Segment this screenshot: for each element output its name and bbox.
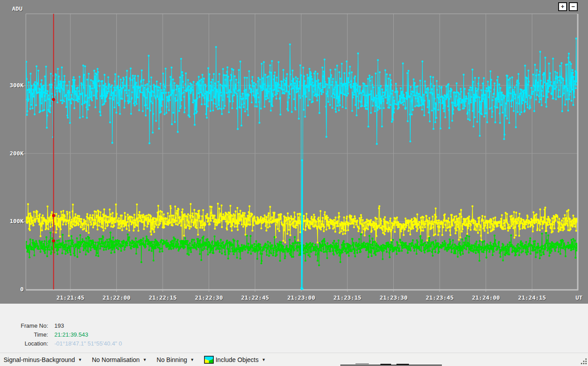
clipped-background-window-artifact xyxy=(340,365,442,366)
frame-location-value: -01°18'47.1" 51°55'40.4" 0 xyxy=(54,339,122,348)
frame-number-value: 193 xyxy=(54,321,64,330)
bottom-toolbar: Signal-minus-Background ▼ No Normalisati… xyxy=(0,353,588,366)
clipped-background-window-artifact xyxy=(355,363,369,364)
chevron-down-icon: ▼ xyxy=(143,358,147,362)
frame-time-label: Time: xyxy=(0,330,48,339)
frame-time-row: Time: 21:21:39.543 xyxy=(0,330,122,339)
chevron-down-icon: ▼ xyxy=(190,358,194,362)
y-axis-title: ADU xyxy=(12,5,22,12)
clipped-background-text-artifact xyxy=(380,364,391,366)
chevron-down-icon: ▼ xyxy=(78,358,82,362)
frame-time-value: 21:21:39.543 xyxy=(54,330,88,339)
zoom-in-button[interactable]: + xyxy=(558,2,567,11)
x-tick-label: 21:24:15 xyxy=(518,294,546,301)
x-tick-label: 21:23:00 xyxy=(287,294,315,301)
frame-info-block: Frame No: 193 Time: 21:21:39.543 Locatio… xyxy=(0,321,122,348)
frame-info-panel: Frame No: 193 Time: 21:21:39.543 Locatio… xyxy=(0,304,588,353)
x-tick-label: 21:23:30 xyxy=(380,294,408,301)
dropdown-normalisation[interactable]: No Normalisation ▼ xyxy=(92,356,147,363)
y-tick-label: 200K xyxy=(0,150,24,157)
zoom-out-button[interactable]: − xyxy=(569,2,578,11)
zoom-controls: + − xyxy=(558,2,578,11)
x-axis-title: UT xyxy=(576,294,583,301)
frame-location-row: Location: -01°18'47.1" 51°55'40.4" 0 xyxy=(0,339,122,348)
frame-location-label: Location: xyxy=(0,339,48,348)
y-tick-label: 300K xyxy=(0,82,24,89)
x-tick-label: 21:21:45 xyxy=(57,294,85,301)
frame-number-row: Frame No: 193 xyxy=(0,321,122,330)
frame-number-label: Frame No: xyxy=(0,321,48,330)
x-tick-label: 21:22:45 xyxy=(241,294,269,301)
light-curve-viewer-window: ADU UT 21:21:4521:22:0021:22:1521:22:302… xyxy=(0,0,588,366)
x-tick-label: 21:23:45 xyxy=(426,294,454,301)
dropdown-include-objects[interactable]: Include Objects ▼ xyxy=(204,356,265,364)
dropdown-binning[interactable]: No Binning ▼ xyxy=(157,356,194,363)
chevron-down-icon: ▼ xyxy=(261,358,265,362)
x-tick-label: 21:22:15 xyxy=(149,294,177,301)
clipped-background-text-artifact xyxy=(396,364,409,366)
y-tick-label: 0 xyxy=(0,286,24,293)
include-objects-icon xyxy=(204,356,214,364)
x-tick-label: 21:22:00 xyxy=(102,294,131,301)
light-curve-chart-region: ADU UT 21:21:4521:22:0021:22:1521:22:302… xyxy=(0,0,588,304)
x-tick-label: 21:24:00 xyxy=(472,294,500,301)
y-tick-label: 100K xyxy=(0,218,24,224)
x-tick-label: 21:23:15 xyxy=(334,294,362,301)
resize-grip[interactable] xyxy=(580,357,587,365)
light-curve-plot[interactable] xyxy=(0,0,588,304)
x-tick-label: 21:22:30 xyxy=(195,294,223,301)
dropdown-reduction-mode[interactable]: Signal-minus-Background ▼ xyxy=(4,356,82,363)
